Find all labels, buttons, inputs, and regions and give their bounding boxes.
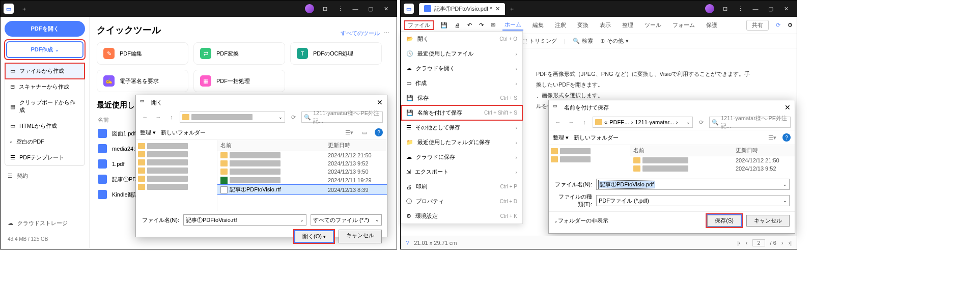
filemenu-saveas[interactable]: 💾名前を付けて保存Ctrl + Shift + S: [401, 105, 522, 120]
save-button[interactable]: 保存(S): [707, 215, 741, 227]
help-icon[interactable]: ?: [375, 128, 383, 136]
menu-tool[interactable]: ツール: [642, 20, 663, 30]
up-button[interactable]: ↑: [579, 117, 590, 127]
maximize-button[interactable]: ▢: [363, 2, 378, 16]
avatar[interactable]: [302, 2, 317, 16]
maximize-button[interactable]: ▢: [763, 2, 778, 16]
filemenu-preferences[interactable]: ⚙環境設定Ctrl + K: [401, 209, 522, 224]
submenu-template[interactable]: ☰PDFテンプレート: [5, 150, 85, 165]
filemenu-saveother[interactable]: ☰その他として保存›: [401, 120, 522, 135]
redo-icon[interactable]: ↷: [479, 22, 484, 29]
next-page-button[interactable]: ›: [781, 240, 783, 246]
new-folder-button[interactable]: 新しいフォルダー: [574, 134, 619, 142]
close-icon[interactable]: ✕: [377, 98, 383, 106]
search-input[interactable]: 🔍1211-yamatar様へ-PE外注記...: [301, 111, 383, 123]
filemenu-create[interactable]: ▭作成›: [401, 76, 522, 91]
filetype-select[interactable]: PDFファイル (*.pdf)⌄: [596, 195, 790, 206]
feedback-icon[interactable]: ⊡: [717, 2, 733, 16]
first-page-button[interactable]: |‹: [737, 240, 741, 246]
submenu-from-file[interactable]: ▭ファイルから作成: [5, 63, 85, 79]
ribbon-search[interactable]: 🔍検索: [573, 37, 593, 45]
menu-organize[interactable]: 整理: [620, 20, 635, 30]
submenu-from-html[interactable]: ▭HTMLから作成: [5, 118, 85, 134]
undo-icon[interactable]: ↶: [467, 22, 472, 29]
mail-icon[interactable]: ✉: [491, 22, 495, 29]
close-icon[interactable]: ✕: [785, 103, 791, 111]
col-date[interactable]: 更新日時: [736, 147, 792, 154]
file-row[interactable]: 2024/12/13 9:52: [630, 164, 795, 173]
ribbon-other[interactable]: ⊕その他▾: [600, 37, 629, 45]
refresh-button[interactable]: ⟳: [288, 112, 298, 122]
filename-input[interactable]: 記事①PDFtoVisio.rtf⌄: [183, 214, 306, 226]
file-row[interactable]: 2024/12/12 21:50: [217, 151, 387, 159]
page-input[interactable]: 2: [752, 239, 765, 246]
tool-batch[interactable]: ▦PDF一括処理: [193, 70, 285, 92]
filemenu-save[interactable]: 💾保存Ctrl + S: [401, 91, 522, 105]
chevron-down-icon[interactable]: ⌄: [554, 218, 558, 224]
filemenu-export[interactable]: ⇲エクスポート›: [401, 164, 522, 179]
ribbon-trim[interactable]: ⬚トリミング: [522, 37, 557, 45]
up-button[interactable]: ↑: [166, 112, 177, 122]
view-list-icon[interactable]: ☰▾: [767, 132, 777, 143]
submenu-from-clipboard[interactable]: ▤クリップボードから作成: [5, 95, 85, 118]
file-row[interactable]: 記事①PDFtoVisio.rtf2024/12/13 8:39: [217, 185, 387, 194]
forward-button[interactable]: →: [153, 112, 163, 122]
menu-home[interactable]: ホーム: [502, 20, 523, 31]
view-list-icon[interactable]: ☰▾: [344, 127, 354, 137]
file-row[interactable]: 2024/12/11 19:29: [217, 176, 387, 185]
sidebar-cloud[interactable]: ☁クラウドストレージ: [5, 216, 85, 230]
open-pdf-button[interactable]: PDFを開く: [5, 21, 85, 37]
more-icon[interactable]: ⋮: [332, 2, 348, 16]
open-button[interactable]: 開く(O) ▾: [295, 231, 333, 242]
minimize-button[interactable]: —: [348, 2, 363, 16]
col-name[interactable]: 名前: [633, 147, 736, 154]
menu-annotate[interactable]: 注釈: [553, 20, 568, 30]
menu-protect[interactable]: 保護: [704, 20, 719, 30]
menu-file[interactable]: ファイル: [406, 21, 432, 29]
cancel-button[interactable]: キャンセル: [339, 230, 382, 243]
new-tab-button[interactable]: ＋: [17, 2, 31, 16]
help-icon[interactable]: ?: [782, 133, 791, 142]
organize-menu[interactable]: 整理 ▾: [553, 134, 569, 142]
file-row[interactable]: 2024/12/12 21:50: [630, 156, 795, 164]
view-preview-icon[interactable]: ▭: [359, 127, 370, 137]
filename-input[interactable]: 記事①PDFtoVisio.pdf⌄: [596, 179, 790, 190]
tool-edit[interactable]: ✎PDF編集: [97, 42, 188, 65]
file-row[interactable]: 2024/12/13 9:50: [217, 168, 387, 176]
document-tab[interactable]: 記事①PDFtoVisio.pdf * ✕: [419, 3, 505, 15]
submenu-from-scanner[interactable]: ⊟スキャナーから作成: [5, 79, 85, 95]
filter-select[interactable]: すべてのファイル (*.*)⌄: [311, 214, 382, 226]
folder-tree[interactable]: [549, 145, 630, 176]
close-button[interactable]: ✕: [778, 2, 794, 16]
create-pdf-button[interactable]: PDF作成 ⌄: [6, 41, 83, 58]
filemenu-recentfolder[interactable]: 📁最近使用したフォルダに保存›: [401, 135, 522, 150]
folder-tree[interactable]: [136, 140, 217, 211]
file-row[interactable]: 2024/12/13 9:52: [217, 159, 387, 168]
refresh-button[interactable]: ⟳: [696, 117, 706, 127]
menu-view[interactable]: 表示: [598, 20, 613, 30]
filemenu-recent[interactable]: 🕓最近使用したファイル›: [401, 46, 522, 61]
cancel-button[interactable]: キャンセル: [746, 215, 790, 227]
help-icon[interactable]: ?: [406, 240, 409, 246]
gear-icon[interactable]: ⚙: [788, 22, 793, 29]
filemenu-properties[interactable]: ⓘプロパティCtrl + D: [401, 194, 522, 209]
path-input[interactable]: « PDFE... › 1211-yamatar... › ⌄: [593, 117, 693, 128]
avatar[interactable]: [702, 2, 717, 16]
filemenu-cloud-open[interactable]: ☁クラウドを開く›: [401, 61, 522, 76]
hide-folders-link[interactable]: フォルダーの非表示: [558, 217, 608, 225]
feedback-icon[interactable]: ⊡: [317, 2, 332, 16]
tool-convert[interactable]: ⇄PDF変換: [193, 42, 285, 65]
forward-button[interactable]: →: [566, 117, 576, 127]
sidebar-contract[interactable]: ☰契約: [5, 169, 85, 183]
submenu-blank[interactable]: ▫空白のPDF: [5, 134, 85, 150]
filemenu-cloudsave[interactable]: ☁クラウドに保存›: [401, 150, 522, 164]
print-icon[interactable]: 🖨: [455, 22, 460, 29]
more-icon[interactable]: ⋮: [733, 2, 748, 16]
last-page-button[interactable]: ›|: [788, 240, 792, 246]
filemenu-print[interactable]: 🖨印刷Ctrl + P: [401, 179, 522, 194]
prev-page-button[interactable]: ‹: [746, 240, 748, 246]
path-input[interactable]: ⌄: [180, 111, 285, 123]
col-name[interactable]: 名前: [220, 142, 328, 149]
search-input[interactable]: 🔍1211-yamatar様へ-PE外注記...: [709, 117, 791, 128]
share-button[interactable]: 共有: [746, 20, 769, 31]
